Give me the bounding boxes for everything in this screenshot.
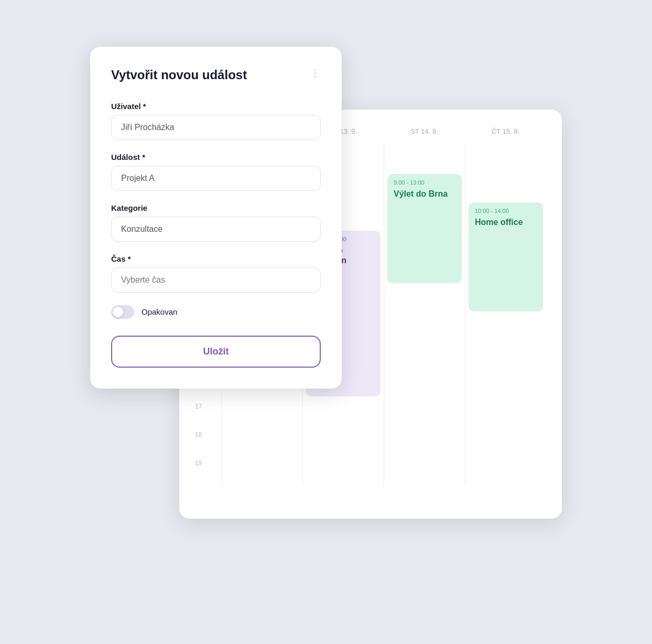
time-input[interactable] <box>111 267 321 293</box>
event-input[interactable] <box>111 166 321 191</box>
event-title-vylet: Výlet do Brna <box>394 189 455 199</box>
event-time-home-office-thu: 10:00 - 14:00 <box>475 208 537 214</box>
day-label-2: ST 14. 9. <box>384 125 465 137</box>
day-col-2: 9:00 - 13:00 Výlet do Brna <box>384 146 465 486</box>
user-field: Uživatel * <box>111 102 321 140</box>
category-label: Kategorie <box>111 203 321 212</box>
toggle-knob <box>113 307 123 317</box>
user-input[interactable] <box>111 115 321 140</box>
event-field: Událost * <box>111 153 321 191</box>
category-input[interactable] <box>111 217 321 242</box>
day-col-3: 10:00 - 14:00 Home office <box>465 146 546 486</box>
form-card: Vytvořit novou událost ⋮ Uživatel * Udál… <box>90 47 342 389</box>
repeat-row: Opakovan <box>111 305 321 319</box>
user-label: Uživatel * <box>111 102 321 111</box>
save-button[interactable]: Uložit <box>111 336 321 368</box>
event-time-vylet: 9:00 - 13:00 <box>394 179 455 186</box>
more-options-icon[interactable]: ⋮ <box>310 68 321 78</box>
hour-17: 17 <box>195 401 221 429</box>
category-field: Kategorie <box>111 203 321 242</box>
repeat-toggle[interactable] <box>111 305 134 319</box>
repeat-label: Opakovan <box>142 307 177 316</box>
event-vylet-brna[interactable]: 9:00 - 13:00 Výlet do Brna <box>387 174 462 283</box>
hour-18: 18 <box>195 429 221 457</box>
hour-19: 19 <box>195 457 221 486</box>
scene: PO 12. 9. ÚT 13. 9. ST 14. 9. ČT 15. 9. … <box>90 47 562 597</box>
day-label-3: ČT 15. 9. <box>465 125 546 137</box>
form-title: Vytvořit novou událost <box>111 68 247 83</box>
event-title-home-office-thu: Home office <box>475 217 537 227</box>
time-label: Čas * <box>111 254 321 263</box>
form-header: Vytvořit novou událost ⋮ <box>111 68 321 83</box>
event-label: Událost * <box>111 153 321 162</box>
event-home-office-thu[interactable]: 10:00 - 14:00 Home office <box>469 202 543 312</box>
time-field: Čas * <box>111 254 321 293</box>
